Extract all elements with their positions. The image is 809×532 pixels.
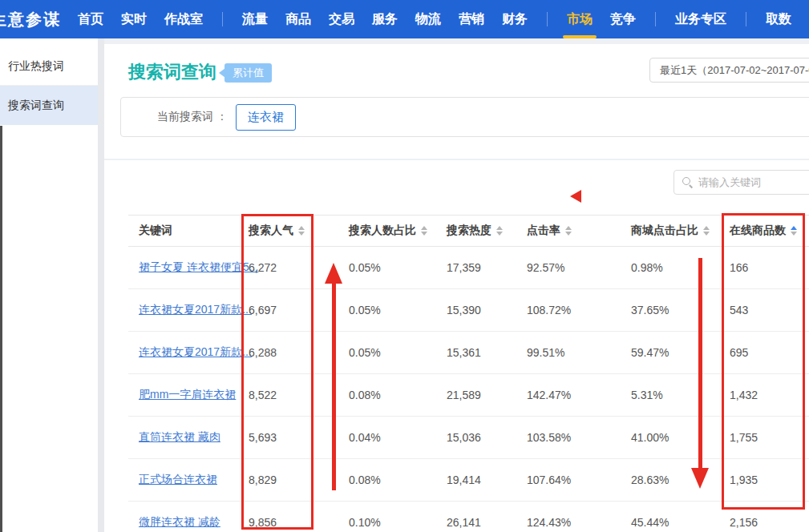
nav-item-logistics[interactable]: 物流 <box>407 0 450 38</box>
table-row: 肥mm一字肩连衣裙 8,522 0.08% 21,589 142.47% 5.3… <box>128 374 809 417</box>
table-body: 裙子女夏 连衣裙便宜5... 6,272 0.05% 17,359 92.57%… <box>128 247 809 532</box>
current-search-word-label: 当前搜索词 ： <box>157 110 228 124</box>
nav-item-competition[interactable]: 竞争 <box>601 0 645 38</box>
current-keyword-button[interactable]: 连衣裙 <box>236 104 296 131</box>
keyword-link[interactable]: 肥mm一字肩连衣裙 <box>139 388 236 401</box>
cell-online-products: 1,755 <box>730 431 809 444</box>
table-row: 连衣裙女夏2017新款... 6,697 0.05% 15,390 108.72… <box>128 289 809 332</box>
nav-item-service[interactable]: 服务 <box>363 0 407 38</box>
cell-ctr: 99.51% <box>527 346 631 359</box>
nav-item-products[interactable]: 商品 <box>277 0 320 38</box>
cell-mall-click-ratio: 5.31% <box>631 389 730 401</box>
cell-online-products: 695 <box>730 346 809 359</box>
column-header-keyword: 关键词 <box>128 224 249 238</box>
cell-searcher-ratio: 0.08% <box>349 389 447 401</box>
app-logo: 生意参谋 <box>0 9 61 30</box>
cumulative-value-badge: 累计值 <box>224 63 272 83</box>
cell-mall-click-ratio: 59.47% <box>631 346 730 359</box>
column-header-ctr[interactable]: 点击率 <box>527 224 631 238</box>
cell-search-popularity: 6,697 <box>249 304 349 316</box>
cell-searcher-ratio: 0.05% <box>349 346 447 359</box>
nav-divider <box>547 12 548 26</box>
cell-searcher-ratio: 0.05% <box>349 261 447 274</box>
cell-online-products: 2,156 <box>730 516 809 529</box>
cell-mall-click-ratio: 28.63% <box>631 474 730 486</box>
nav-item-market[interactable]: 市场 <box>558 0 601 38</box>
cell-mall-click-ratio: 37.65% <box>631 304 730 316</box>
column-header-mall-click-ratio[interactable]: 商城点击占比 <box>631 224 730 238</box>
cell-online-products: 1,935 <box>730 474 809 486</box>
cell-search-heat: 15,361 <box>447 346 527 359</box>
cell-search-heat: 21,589 <box>447 389 527 401</box>
cell-online-products: 166 <box>730 261 809 274</box>
sidebar: 行业热搜词 搜索词查询 <box>0 38 98 532</box>
nav-item-realtime[interactable]: 实时 <box>112 0 156 38</box>
sort-icon[interactable] <box>298 226 305 236</box>
cell-ctr: 142.47% <box>527 389 631 401</box>
page-body: 行业热搜词 搜索词查询 搜索词查询 累计值 最近1天（2017-07-02~20… <box>0 38 809 532</box>
sort-icon[interactable] <box>496 226 503 236</box>
nav-item-business-zone[interactable]: 业务专区 <box>666 0 735 38</box>
cell-searcher-ratio: 0.08% <box>349 474 447 486</box>
sidebar-item-industry-hot-words[interactable]: 行业热搜词 <box>0 46 98 86</box>
cell-searcher-ratio: 0.04% <box>349 431 447 444</box>
table-card: 请输入关键词 关键词 搜索人气 搜索人数占比 <box>104 160 809 532</box>
cell-online-products: 543 <box>730 304 809 316</box>
cell-search-heat: 15,390 <box>447 304 527 316</box>
table-row: 连衣裙女夏2017新款... 6,288 0.05% 15,361 99.51%… <box>128 332 809 374</box>
nav-item-finance[interactable]: 财务 <box>493 0 536 38</box>
keyword-search-input[interactable]: 请输入关键词 <box>673 170 809 195</box>
keyword-link[interactable]: 裙子女夏 连衣裙便宜5... <box>139 260 258 273</box>
keyword-link[interactable]: 微胖连衣裙 减龄 <box>139 515 220 528</box>
cell-search-popularity: 8,829 <box>249 474 349 486</box>
sort-icon-active-asc[interactable] <box>791 226 797 236</box>
table-row: 正式场合连衣裙 8,829 0.08% 19,414 107.64% 28.63… <box>128 459 809 502</box>
nav-item-traffic[interactable]: 流量 <box>233 0 277 38</box>
nav-divider <box>222 12 223 26</box>
top-nav: 生意参谋 首页 实时 作战室 流量 商品 交易 服务 物流 营销 财务 市场 竞… <box>0 0 809 38</box>
column-header-searcher-ratio[interactable]: 搜索人数占比 <box>349 224 447 238</box>
main-content: 搜索词查询 累计值 最近1天（2017-07-02~2017-07-02 当前搜… <box>104 38 809 532</box>
cell-mall-click-ratio: 41.00% <box>631 431 730 444</box>
date-range-selector[interactable]: 最近1天（2017-07-02~2017-07-02 <box>649 58 809 83</box>
nav-menu: 首页 实时 作战室 流量 商品 交易 服务 物流 营销 财务 市场 竞争 业务专… <box>69 0 800 38</box>
cell-ctr: 103.58% <box>527 431 631 444</box>
table-row: 微胖连衣裙 减龄 9,856 0.10% 26,141 124.43% 45.4… <box>128 502 809 532</box>
keywords-table: 关键词 搜索人气 搜索人数占比 搜索热度 <box>128 215 809 532</box>
nav-item-marketing[interactable]: 营销 <box>450 0 493 38</box>
left-scrollbar[interactable] <box>0 126 2 532</box>
table-row: 裙子女夏 连衣裙便宜5... 6,272 0.05% 17,359 92.57%… <box>128 247 809 289</box>
keyword-link[interactable]: 连衣裙女夏2017新款... <box>139 345 252 358</box>
nav-item-home[interactable]: 首页 <box>69 0 112 38</box>
sidebar-item-search-word-query[interactable]: 搜索词查询 <box>0 86 98 125</box>
keyword-link[interactable]: 连衣裙女夏2017新款... <box>139 303 252 316</box>
nav-item-data-extract[interactable]: 取数 <box>757 0 800 38</box>
column-header-search-heat[interactable]: 搜索热度 <box>447 224 527 238</box>
sort-icon[interactable] <box>703 226 710 236</box>
cell-ctr: 92.57% <box>527 261 631 274</box>
cell-ctr: 108.72% <box>527 304 631 316</box>
cell-search-heat: 15,036 <box>447 431 527 444</box>
keyword-link[interactable]: 正式场合连衣裙 <box>139 473 217 486</box>
cell-search-popularity: 9,856 <box>249 516 349 529</box>
cell-ctr: 124.43% <box>527 516 631 529</box>
keyword-link[interactable]: 直筒连衣裙 藏肉 <box>139 430 220 443</box>
cell-mall-click-ratio: 0.98% <box>631 261 730 274</box>
current-search-word-panel: 当前搜索词 ： 连衣裙 <box>120 97 809 137</box>
cell-online-products: 1,432 <box>730 389 809 401</box>
sidebar-divider <box>98 38 104 532</box>
cell-search-popularity: 6,272 <box>249 261 349 274</box>
nav-item-war-room[interactable]: 作战室 <box>156 0 212 38</box>
column-header-online-products[interactable]: 在线商品数 <box>730 224 809 238</box>
cell-search-popularity: 6,288 <box>249 346 349 359</box>
sort-icon[interactable] <box>421 226 427 236</box>
nav-item-trade[interactable]: 交易 <box>320 0 363 38</box>
cell-search-heat: 19,414 <box>447 474 527 486</box>
cell-search-heat: 17,359 <box>447 261 527 274</box>
cell-mall-click-ratio: 45.44% <box>631 516 730 529</box>
page-title: 搜索词查询 <box>128 60 216 84</box>
search-icon <box>682 177 693 187</box>
cell-searcher-ratio: 0.10% <box>349 516 447 529</box>
column-header-search-popularity[interactable]: 搜索人气 <box>249 224 349 238</box>
sort-icon[interactable] <box>565 226 572 236</box>
